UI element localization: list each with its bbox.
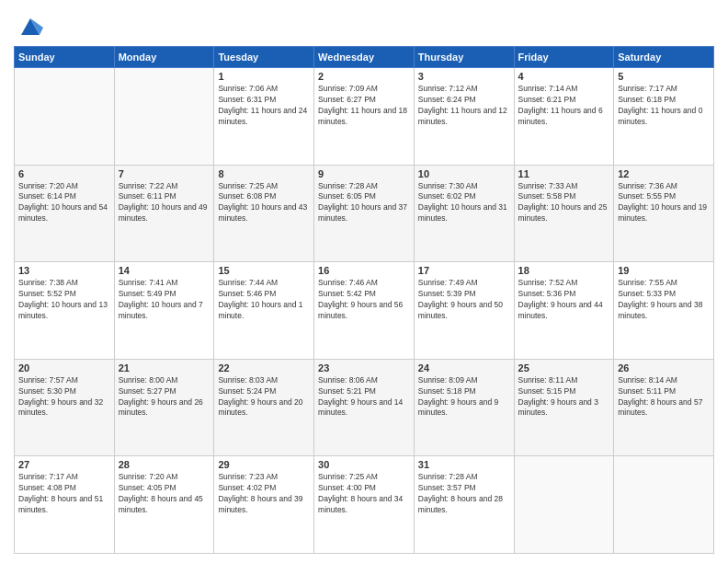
calendar-day-header: Tuesday xyxy=(214,47,314,68)
day-number: 29 xyxy=(218,459,310,470)
day-info: Sunrise: 7:14 AM Sunset: 6:21 PM Dayligh… xyxy=(518,84,610,128)
day-info: Sunrise: 7:38 AM Sunset: 5:52 PM Dayligh… xyxy=(18,278,110,322)
day-info: Sunrise: 8:14 AM Sunset: 5:11 PM Dayligh… xyxy=(618,375,710,419)
calendar-cell xyxy=(514,456,614,554)
calendar-cell: 5 Sunrise: 7:17 AM Sunset: 6:18 PM Dayli… xyxy=(614,68,714,166)
day-info: Sunrise: 7:06 AM Sunset: 6:31 PM Dayligh… xyxy=(218,84,310,128)
calendar-cell xyxy=(614,456,714,554)
calendar-cell: 3 Sunrise: 7:12 AM Sunset: 6:24 PM Dayli… xyxy=(414,68,514,166)
day-info: Sunrise: 8:11 AM Sunset: 5:15 PM Dayligh… xyxy=(518,375,610,419)
calendar-cell: 1 Sunrise: 7:06 AM Sunset: 6:31 PM Dayli… xyxy=(214,68,314,166)
day-info: Sunrise: 7:30 AM Sunset: 6:02 PM Dayligh… xyxy=(418,181,510,225)
calendar-cell: 18 Sunrise: 7:52 AM Sunset: 5:36 PM Dayl… xyxy=(514,262,614,360)
calendar-week-row: 1 Sunrise: 7:06 AM Sunset: 6:31 PM Dayli… xyxy=(15,68,714,166)
day-number: 6 xyxy=(18,168,110,179)
day-info: Sunrise: 7:46 AM Sunset: 5:42 PM Dayligh… xyxy=(318,278,410,322)
day-number: 19 xyxy=(618,265,710,276)
calendar-day-header: Sunday xyxy=(15,47,115,68)
day-number: 25 xyxy=(518,362,610,373)
header xyxy=(14,9,714,39)
calendar-cell: 20 Sunrise: 7:57 AM Sunset: 5:30 PM Dayl… xyxy=(15,359,115,456)
calendar-cell: 14 Sunrise: 7:41 AM Sunset: 5:49 PM Dayl… xyxy=(114,262,214,360)
day-info: Sunrise: 7:20 AM Sunset: 4:05 PM Dayligh… xyxy=(119,472,210,516)
day-number: 8 xyxy=(218,168,310,179)
day-info: Sunrise: 7:36 AM Sunset: 5:55 PM Dayligh… xyxy=(618,181,710,225)
calendar-cell: 31 Sunrise: 7:28 AM Sunset: 3:57 PM Dayl… xyxy=(414,456,514,554)
day-info: Sunrise: 7:57 AM Sunset: 5:30 PM Dayligh… xyxy=(18,375,110,419)
day-info: Sunrise: 8:00 AM Sunset: 5:27 PM Dayligh… xyxy=(119,375,210,419)
day-number: 23 xyxy=(318,362,410,373)
day-number: 3 xyxy=(418,71,510,82)
day-info: Sunrise: 7:22 AM Sunset: 6:11 PM Dayligh… xyxy=(119,181,210,225)
day-number: 11 xyxy=(518,168,610,179)
calendar-cell: 19 Sunrise: 7:55 AM Sunset: 5:33 PM Dayl… xyxy=(614,262,714,360)
day-number: 2 xyxy=(318,71,410,82)
day-info: Sunrise: 7:28 AM Sunset: 6:05 PM Dayligh… xyxy=(318,181,410,225)
calendar-cell xyxy=(114,68,214,166)
page: SundayMondayTuesdayWednesdayThursdayFrid… xyxy=(0,0,728,563)
day-number: 5 xyxy=(618,71,710,82)
calendar-cell: 28 Sunrise: 7:20 AM Sunset: 4:05 PM Dayl… xyxy=(114,456,214,554)
day-number: 31 xyxy=(418,459,510,470)
day-info: Sunrise: 7:55 AM Sunset: 5:33 PM Dayligh… xyxy=(618,278,710,322)
calendar-cell: 9 Sunrise: 7:28 AM Sunset: 6:05 PM Dayli… xyxy=(314,165,415,262)
day-info: Sunrise: 7:33 AM Sunset: 5:58 PM Dayligh… xyxy=(518,181,610,225)
day-number: 17 xyxy=(418,265,510,276)
day-number: 7 xyxy=(119,168,210,179)
day-number: 14 xyxy=(119,265,210,276)
logo-icon xyxy=(17,13,43,39)
calendar-week-row: 13 Sunrise: 7:38 AM Sunset: 5:52 PM Dayl… xyxy=(15,262,714,360)
day-number: 26 xyxy=(618,362,710,373)
day-number: 20 xyxy=(18,362,110,373)
day-info: Sunrise: 8:06 AM Sunset: 5:21 PM Dayligh… xyxy=(318,375,410,419)
calendar-cell: 30 Sunrise: 7:25 AM Sunset: 4:00 PM Dayl… xyxy=(314,456,415,554)
calendar-cell: 23 Sunrise: 8:06 AM Sunset: 5:21 PM Dayl… xyxy=(314,359,415,456)
calendar-cell: 22 Sunrise: 8:03 AM Sunset: 5:24 PM Dayl… xyxy=(214,359,314,456)
day-number: 16 xyxy=(318,265,410,276)
calendar-day-header: Thursday xyxy=(414,47,514,68)
day-info: Sunrise: 7:23 AM Sunset: 4:02 PM Dayligh… xyxy=(218,472,310,516)
calendar-cell: 4 Sunrise: 7:14 AM Sunset: 6:21 PM Dayli… xyxy=(514,68,614,166)
calendar-cell: 7 Sunrise: 7:22 AM Sunset: 6:11 PM Dayli… xyxy=(114,165,214,262)
day-info: Sunrise: 7:17 AM Sunset: 4:08 PM Dayligh… xyxy=(18,472,110,516)
calendar-week-row: 20 Sunrise: 7:57 AM Sunset: 5:30 PM Dayl… xyxy=(15,359,714,456)
calendar-header-row: SundayMondayTuesdayWednesdayThursdayFrid… xyxy=(15,47,714,68)
calendar-week-row: 6 Sunrise: 7:20 AM Sunset: 6:14 PM Dayli… xyxy=(15,165,714,262)
day-info: Sunrise: 7:52 AM Sunset: 5:36 PM Dayligh… xyxy=(518,278,610,322)
day-info: Sunrise: 8:03 AM Sunset: 5:24 PM Dayligh… xyxy=(218,375,310,419)
calendar-cell: 16 Sunrise: 7:46 AM Sunset: 5:42 PM Dayl… xyxy=(314,262,415,360)
day-info: Sunrise: 7:12 AM Sunset: 6:24 PM Dayligh… xyxy=(418,84,510,128)
day-info: Sunrise: 7:09 AM Sunset: 6:27 PM Dayligh… xyxy=(318,84,410,128)
day-info: Sunrise: 7:49 AM Sunset: 5:39 PM Dayligh… xyxy=(418,278,510,322)
day-number: 10 xyxy=(418,168,510,179)
calendar-day-header: Monday xyxy=(114,47,214,68)
calendar-cell: 6 Sunrise: 7:20 AM Sunset: 6:14 PM Dayli… xyxy=(15,165,115,262)
day-info: Sunrise: 7:44 AM Sunset: 5:46 PM Dayligh… xyxy=(218,278,310,322)
calendar-cell: 21 Sunrise: 8:00 AM Sunset: 5:27 PM Dayl… xyxy=(114,359,214,456)
day-number: 4 xyxy=(518,71,610,82)
calendar-cell: 15 Sunrise: 7:44 AM Sunset: 5:46 PM Dayl… xyxy=(214,262,314,360)
calendar-cell: 25 Sunrise: 8:11 AM Sunset: 5:15 PM Dayl… xyxy=(514,359,614,456)
calendar-cell: 29 Sunrise: 7:23 AM Sunset: 4:02 PM Dayl… xyxy=(214,456,314,554)
calendar-cell: 8 Sunrise: 7:25 AM Sunset: 6:08 PM Dayli… xyxy=(214,165,314,262)
day-info: Sunrise: 7:28 AM Sunset: 3:57 PM Dayligh… xyxy=(418,472,510,516)
calendar-day-header: Saturday xyxy=(614,47,714,68)
calendar-cell: 17 Sunrise: 7:49 AM Sunset: 5:39 PM Dayl… xyxy=(414,262,514,360)
calendar-day-header: Wednesday xyxy=(314,47,415,68)
day-number: 13 xyxy=(18,265,110,276)
calendar-cell: 13 Sunrise: 7:38 AM Sunset: 5:52 PM Dayl… xyxy=(15,262,115,360)
calendar-day-header: Friday xyxy=(514,47,614,68)
calendar-cell: 12 Sunrise: 7:36 AM Sunset: 5:55 PM Dayl… xyxy=(614,165,714,262)
day-number: 18 xyxy=(518,265,610,276)
calendar-week-row: 27 Sunrise: 7:17 AM Sunset: 4:08 PM Dayl… xyxy=(15,456,714,554)
calendar-cell: 11 Sunrise: 7:33 AM Sunset: 5:58 PM Dayl… xyxy=(514,165,614,262)
day-info: Sunrise: 8:09 AM Sunset: 5:18 PM Dayligh… xyxy=(418,375,510,419)
logo xyxy=(14,13,43,39)
calendar-table: SundayMondayTuesdayWednesdayThursdayFrid… xyxy=(14,46,714,554)
day-number: 21 xyxy=(119,362,210,373)
calendar-cell xyxy=(15,68,115,166)
calendar-cell: 24 Sunrise: 8:09 AM Sunset: 5:18 PM Dayl… xyxy=(414,359,514,456)
day-number: 12 xyxy=(618,168,710,179)
day-info: Sunrise: 7:25 AM Sunset: 6:08 PM Dayligh… xyxy=(218,181,310,225)
calendar-cell: 27 Sunrise: 7:17 AM Sunset: 4:08 PM Dayl… xyxy=(15,456,115,554)
